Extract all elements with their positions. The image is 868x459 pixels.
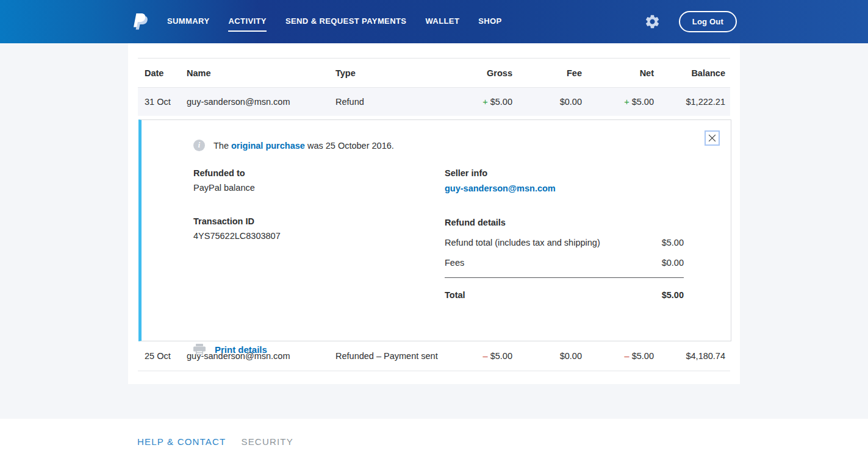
nav-wallet[interactable]: WALLET: [425, 10, 459, 33]
col-header-balance: Balance: [654, 68, 725, 78]
activity-card: Completed Statements Date Name Type Gros…: [128, 43, 740, 384]
fees-line: Fees $0.00: [445, 258, 684, 268]
print-details-label: Print details: [215, 344, 267, 355]
transaction-id-field: Transaction ID 4YS75622LC8303807: [193, 216, 445, 241]
top-navbar: SUMMARY ACTIVITY SEND & REQUEST PAYMENTS…: [0, 0, 868, 43]
log-out-button[interactable]: Log Out: [679, 11, 737, 32]
refund-total-line: Refund total (includes tax and shipping)…: [445, 238, 684, 247]
printer-icon: [193, 344, 206, 355]
paypal-logo-icon[interactable]: [133, 12, 149, 32]
print-details-action[interactable]: Print details: [193, 344, 681, 355]
info-message: i The original purchase was 25 October 2…: [193, 140, 681, 151]
row-fee: $0.00: [512, 97, 582, 107]
section-header: Completed Statements: [138, 43, 730, 59]
row-gross: + $5.00: [445, 97, 512, 107]
nav-activity[interactable]: ACTIVITY: [228, 10, 266, 33]
detail-left-column: Refunded to PayPal balance Transaction I…: [193, 168, 445, 300]
info-text: The original purchase was 25 October 201…: [213, 141, 394, 151]
original-purchase-link[interactable]: original purchase: [231, 141, 305, 151]
row-date: 25 Oct: [138, 351, 187, 361]
refunded-to-field: Refunded to PayPal balance: [193, 168, 445, 193]
seller-info-label: Seller info: [445, 168, 684, 178]
seller-email-link[interactable]: guy-sanderson@msn.com: [445, 183, 556, 193]
total-divider: [445, 277, 684, 278]
row-date: 31 Oct: [138, 97, 187, 107]
info-icon: i: [193, 140, 205, 151]
page-footer: HELP & CONTACT SECURITY: [0, 419, 868, 459]
refund-details-block: Refund details Refund total (includes ta…: [445, 218, 684, 300]
total-line: Total $5.00: [445, 290, 684, 300]
footer-help-contact-link[interactable]: HELP & CONTACT: [137, 436, 226, 447]
nav-shop[interactable]: SHOP: [478, 10, 501, 33]
col-header-gross: Gross: [445, 68, 512, 78]
transaction-id-value: 4YS75622LC8303807: [193, 231, 445, 241]
row-type: Refund: [335, 97, 445, 107]
row-net: + $5.00: [582, 97, 654, 107]
col-header-net: Net: [582, 68, 654, 78]
close-detail-button[interactable]: [705, 130, 720, 146]
col-header-type: Type: [335, 68, 445, 78]
page-background: Completed Statements Date Name Type Gros…: [0, 43, 868, 419]
transaction-id-label: Transaction ID: [193, 216, 445, 226]
col-header-fee: Fee: [512, 68, 582, 78]
nav-right-group: Log Out: [644, 11, 737, 32]
detail-right-column: Seller info guy-sanderson@msn.com Refund…: [445, 168, 684, 300]
row-balance: $1,222.21: [654, 97, 725, 107]
settings-gear-icon[interactable]: [644, 13, 661, 30]
col-header-date: Date: [138, 68, 187, 78]
primary-nav: SUMMARY ACTIVITY SEND & REQUEST PAYMENTS…: [167, 10, 502, 33]
detail-columns: Refunded to PayPal balance Transaction I…: [193, 168, 681, 300]
row-name: guy-sanderson@msn.com: [187, 97, 335, 107]
nav-send-request-payments[interactable]: SEND & REQUEST PAYMENTS: [285, 10, 406, 33]
table-header-row: Date Name Type Gross Fee Net Balance: [138, 59, 730, 87]
seller-info-field: Seller info guy-sanderson@msn.com: [445, 168, 684, 194]
close-icon: [708, 133, 717, 143]
refund-details-label: Refund details: [445, 218, 684, 227]
table-row[interactable]: 31 Oct guy-sanderson@msn.com Refund + $5…: [138, 87, 730, 116]
refunded-to-value: PayPal balance: [193, 183, 445, 193]
refunded-to-label: Refunded to: [193, 168, 445, 178]
transaction-detail-panel: i The original purchase was 25 October 2…: [138, 119, 731, 341]
col-header-name: Name: [187, 68, 335, 78]
nav-summary[interactable]: SUMMARY: [167, 10, 209, 33]
footer-security-link[interactable]: SECURITY: [241, 436, 293, 447]
